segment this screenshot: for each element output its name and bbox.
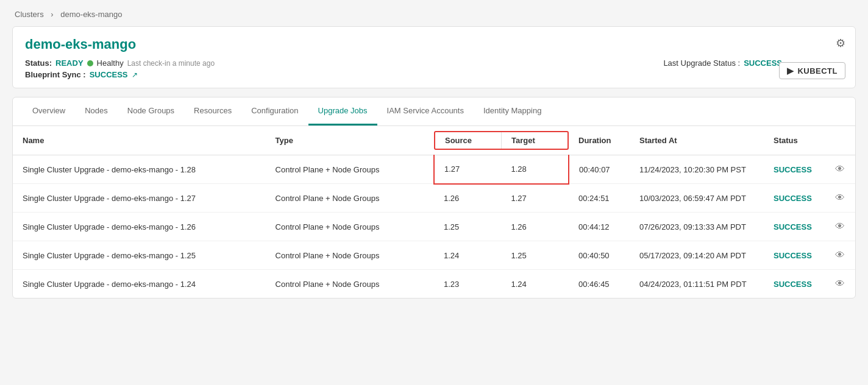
table-row: Single Cluster Upgrade - demo-eks-mango … <box>13 155 855 184</box>
tab-configuration[interactable]: Configuration <box>241 97 308 125</box>
cell-type: Control Plane + Node Groups <box>266 270 434 298</box>
cell-source: 1.24 <box>434 241 502 270</box>
table-row: Single Cluster Upgrade - demo-eks-mango … <box>13 213 855 241</box>
cell-status: SUCCESS <box>764 241 825 270</box>
cell-status: SUCCESS <box>764 155 825 184</box>
view-icon[interactable]: 👁 <box>835 250 845 260</box>
status-row: Status: READY Healthy Last check-in a mi… <box>25 58 215 68</box>
settings-button[interactable]: ⚙ <box>836 37 845 50</box>
cluster-info-card: ⚙ demo-eks-mango Status: READY Healthy L… <box>12 26 856 88</box>
cell-started-at: 10/03/2023, 06:59:47 AM PDT <box>630 184 764 213</box>
status-label: Status: <box>25 58 52 68</box>
view-icon[interactable]: 👁 <box>835 278 845 289</box>
tab-iam-service-accounts[interactable]: IAM Service Accounts <box>377 97 474 125</box>
cell-started-at: 07/26/2023, 09:13:33 AM PDT <box>630 213 764 241</box>
cell-type: Control Plane + Node Groups <box>266 241 434 270</box>
external-link-icon[interactable]: ↗ <box>132 71 138 79</box>
cluster-name: demo-eks-mango <box>25 37 843 52</box>
cell-type: Control Plane + Node Groups <box>266 184 434 213</box>
cell-action[interactable]: 👁 <box>825 241 855 270</box>
breadcrumb-separator: › <box>51 10 53 19</box>
cell-duration: 00:44:12 <box>569 213 630 241</box>
cell-source: 1.26 <box>434 184 502 213</box>
col-header-source-target: Source Target <box>434 126 569 155</box>
col-header-started-at: Started At <box>630 126 764 155</box>
status-value: READY <box>55 58 84 68</box>
cell-status: SUCCESS <box>764 213 825 241</box>
breadcrumb: Clusters › demo-eks-mango <box>12 10 856 19</box>
col-header-action <box>825 126 855 155</box>
tabs-bar: Overview Nodes Node Groups Resources Con… <box>13 97 855 126</box>
upgrade-status-row: Last Upgrade Status : SUCCESS <box>663 58 782 68</box>
col-header-type: Type <box>266 126 434 155</box>
blueprint-label: Blueprint Sync : <box>25 70 86 79</box>
last-checkin: Last check-in a minute ago <box>127 59 215 68</box>
kubectl-button[interactable]: ▶ KUBECTL <box>779 62 845 79</box>
cell-started-at: 11/24/2023, 10:20:30 PM PST <box>630 155 764 184</box>
breadcrumb-parent[interactable]: Clusters <box>15 10 44 19</box>
cell-started-at: 05/17/2023, 09:14:20 AM PDT <box>630 241 764 270</box>
kubectl-terminal-icon: ▶ <box>787 66 794 76</box>
tab-identity-mapping[interactable]: Identity Mapping <box>474 97 551 125</box>
cell-name: Single Cluster Upgrade - demo-eks-mango … <box>13 155 266 184</box>
cell-source: 1.27 <box>434 155 502 184</box>
cell-duration: 00:24:51 <box>569 184 630 213</box>
table-row: Single Cluster Upgrade - demo-eks-mango … <box>13 270 855 298</box>
cell-target: 1.25 <box>501 241 569 270</box>
col-header-name: Name <box>13 126 266 155</box>
cell-name: Single Cluster Upgrade - demo-eks-mango … <box>13 241 266 270</box>
cell-type: Control Plane + Node Groups <box>266 155 434 184</box>
health-label: Healthy <box>97 58 124 68</box>
cell-target: 1.24 <box>501 270 569 298</box>
gear-icon: ⚙ <box>836 37 845 49</box>
view-icon[interactable]: 👁 <box>835 221 845 231</box>
breadcrumb-current: demo-eks-mango <box>60 10 122 19</box>
cell-target: 1.26 <box>501 213 569 241</box>
col-header-status: Status <box>764 126 825 155</box>
tab-upgrade-jobs[interactable]: Upgrade Jobs <box>308 97 377 125</box>
cell-type: Control Plane + Node Groups <box>266 213 434 241</box>
cell-duration: 00:40:50 <box>569 241 630 270</box>
cell-name: Single Cluster Upgrade - demo-eks-mango … <box>13 184 266 213</box>
upgrade-jobs-table: Name Type Source Target Duration Started… <box>13 126 855 298</box>
cell-source: 1.25 <box>434 213 502 241</box>
upgrade-status-value: SUCCESS <box>744 58 782 68</box>
kubectl-label: KUBECTL <box>797 66 838 76</box>
upgrade-status-label: Last Upgrade Status : <box>663 58 740 68</box>
cell-target: 1.27 <box>501 184 569 213</box>
table-row: Single Cluster Upgrade - demo-eks-mango … <box>13 184 855 213</box>
cell-duration: 00:46:45 <box>569 270 630 298</box>
table-row: Single Cluster Upgrade - demo-eks-mango … <box>13 241 855 270</box>
blueprint-value: SUCCESS <box>90 70 128 79</box>
cell-target: 1.28 <box>501 155 569 184</box>
view-icon[interactable]: 👁 <box>835 164 845 174</box>
tab-nodes[interactable]: Nodes <box>75 97 118 125</box>
col-header-duration: Duration <box>569 126 630 155</box>
cell-action[interactable]: 👁 <box>825 155 855 184</box>
content-card: Overview Nodes Node Groups Resources Con… <box>12 97 856 298</box>
blueprint-row: Blueprint Sync : SUCCESS ↗ <box>25 70 215 79</box>
cell-action[interactable]: 👁 <box>825 184 855 213</box>
cell-status: SUCCESS <box>764 184 825 213</box>
cell-name: Single Cluster Upgrade - demo-eks-mango … <box>13 213 266 241</box>
health-dot <box>87 60 93 66</box>
cell-started-at: 04/24/2023, 01:11:51 PM PDT <box>630 270 764 298</box>
tab-resources[interactable]: Resources <box>184 97 241 125</box>
view-icon[interactable]: 👁 <box>835 192 845 203</box>
cell-action[interactable]: 👁 <box>825 270 855 298</box>
cell-status: SUCCESS <box>764 270 825 298</box>
cell-name: Single Cluster Upgrade - demo-eks-mango … <box>13 270 266 298</box>
tab-node-groups[interactable]: Node Groups <box>118 97 184 125</box>
cell-duration: 00:40:07 <box>569 155 630 184</box>
cell-source: 1.23 <box>434 270 502 298</box>
cell-action[interactable]: 👁 <box>825 213 855 241</box>
table-header-row: Name Type Source Target Duration Started… <box>13 126 855 155</box>
tab-overview[interactable]: Overview <box>23 97 75 125</box>
